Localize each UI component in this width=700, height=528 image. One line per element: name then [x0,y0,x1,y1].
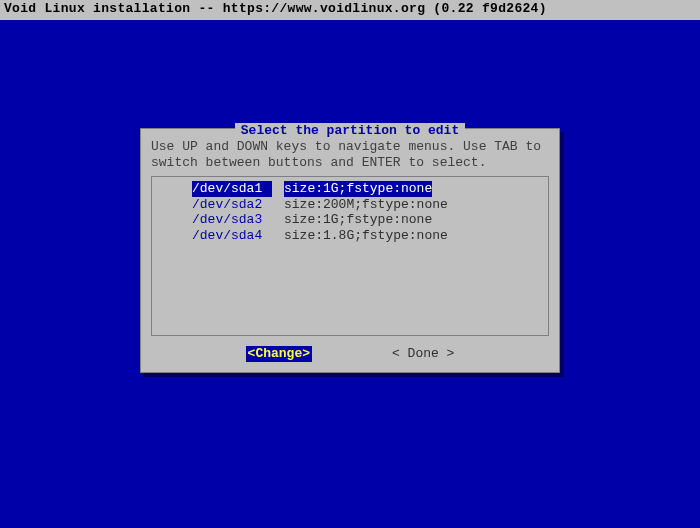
partition-row[interactable]: /dev/sda2 size:200M;fstype:none [188,197,542,213]
titlebar-text: Void Linux installation -- https://www.v… [4,1,547,16]
partition-dialog: Select the partition to edit Use UP and … [140,128,560,373]
partition-device: /dev/sda1 [192,181,272,197]
partition-list[interactable]: /dev/sda1 size:1G;fstype:none /dev/sda2 … [151,176,549,336]
change-button[interactable]: <Change> [246,346,312,362]
partition-row[interactable]: /dev/sda4 size:1.8G;fstype:none [188,228,542,244]
done-button[interactable]: < Done > [392,346,454,362]
partition-info: size:1.8G;fstype:none [284,228,448,244]
partition-device: /dev/sda2 [192,197,272,213]
partition-device: /dev/sda4 [192,228,272,244]
partition-row[interactable]: /dev/sda3 size:1G;fstype:none [188,212,542,228]
partition-device: /dev/sda3 [192,212,272,228]
dialog-instructions: Use UP and DOWN keys to navigate menus. … [143,137,557,176]
dialog-title: Select the partition to edit [235,123,465,139]
partition-info: size:1G;fstype:none [284,181,432,197]
partition-info: size:200M;fstype:none [284,197,448,213]
terminal-screen: Void Linux installation -- https://www.v… [0,0,700,528]
partition-row[interactable]: /dev/sda1 size:1G;fstype:none [188,181,542,197]
dialog-buttons: <Change> < Done > [143,340,557,370]
titlebar: Void Linux installation -- https://www.v… [0,0,700,20]
partition-info: size:1G;fstype:none [284,212,432,228]
